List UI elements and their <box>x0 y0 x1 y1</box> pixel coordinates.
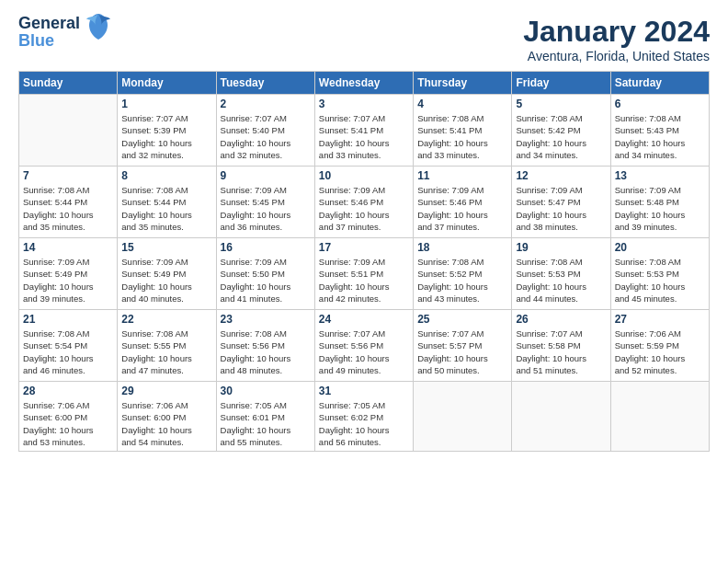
day-number: 17 <box>319 241 409 254</box>
day-info: Sunrise: 7:09 AMSunset: 5:51 PMDaylight:… <box>319 256 409 304</box>
weekday-header-row: SundayMondayTuesdayWednesdayThursdayFrid… <box>19 72 710 95</box>
page: General Blue January 2024 Aventura, Flor… <box>0 0 728 461</box>
weekday-header-saturday: Saturday <box>610 72 709 95</box>
day-number: 2 <box>221 98 311 110</box>
day-cell: 19Sunrise: 7:08 AMSunset: 5:53 PMDayligh… <box>512 238 610 310</box>
day-cell: 2Sunrise: 7:07 AMSunset: 5:40 PMDaylight… <box>216 95 314 167</box>
day-info: Sunrise: 7:07 AMSunset: 5:40 PMDaylight:… <box>221 112 311 161</box>
day-cell <box>512 382 610 452</box>
day-number: 24 <box>319 313 409 326</box>
day-info: Sunrise: 7:07 AMSunset: 5:56 PMDaylight:… <box>319 327 409 376</box>
day-info: Sunrise: 7:06 AMSunset: 6:00 PMDaylight:… <box>23 399 113 448</box>
day-info: Sunrise: 7:06 AMSunset: 6:00 PMDaylight:… <box>121 399 211 448</box>
title-area: January 2024 Aventura, Florida, United S… <box>523 15 710 63</box>
day-number: 19 <box>516 241 606 254</box>
day-info: Sunrise: 7:08 AMSunset: 5:52 PMDaylight:… <box>417 256 507 304</box>
day-number: 5 <box>516 98 606 110</box>
day-cell: 22Sunrise: 7:08 AMSunset: 5:55 PMDayligh… <box>118 310 216 382</box>
day-cell: 30Sunrise: 7:05 AMSunset: 6:01 PMDayligh… <box>216 382 314 452</box>
week-row-5: 28Sunrise: 7:06 AMSunset: 6:00 PMDayligh… <box>19 382 710 452</box>
day-number: 22 <box>121 313 211 326</box>
location: Aventura, Florida, United States <box>523 49 710 63</box>
day-cell <box>19 95 118 167</box>
day-info: Sunrise: 7:09 AMSunset: 5:48 PMDaylight:… <box>615 184 705 233</box>
header: General Blue January 2024 Aventura, Flor… <box>18 15 710 63</box>
day-info: Sunrise: 7:08 AMSunset: 5:53 PMDaylight:… <box>615 256 705 304</box>
day-number: 29 <box>121 385 211 397</box>
day-cell: 12Sunrise: 7:09 AMSunset: 5:47 PMDayligh… <box>512 167 610 238</box>
weekday-header-thursday: Thursday <box>414 72 512 95</box>
day-info: Sunrise: 7:07 AMSunset: 5:57 PMDaylight:… <box>417 327 507 376</box>
day-cell: 10Sunrise: 7:09 AMSunset: 5:46 PMDayligh… <box>314 167 413 238</box>
day-number: 14 <box>23 241 113 254</box>
day-cell: 25Sunrise: 7:07 AMSunset: 5:57 PMDayligh… <box>414 310 512 382</box>
day-cell: 6Sunrise: 7:08 AMSunset: 5:43 PMDaylight… <box>610 95 709 167</box>
day-cell: 20Sunrise: 7:08 AMSunset: 5:53 PMDayligh… <box>610 238 709 310</box>
weekday-header-tuesday: Tuesday <box>216 72 314 95</box>
day-number: 27 <box>615 313 705 326</box>
day-info: Sunrise: 7:08 AMSunset: 5:43 PMDaylight:… <box>615 112 705 161</box>
day-number: 3 <box>319 98 409 110</box>
day-info: Sunrise: 7:09 AMSunset: 5:47 PMDaylight:… <box>516 184 606 233</box>
day-cell: 4Sunrise: 7:08 AMSunset: 5:41 PMDaylight… <box>414 95 512 167</box>
week-row-2: 7Sunrise: 7:08 AMSunset: 5:44 PMDaylight… <box>19 167 710 238</box>
day-number: 28 <box>23 385 113 397</box>
day-info: Sunrise: 7:08 AMSunset: 5:44 PMDaylight:… <box>121 184 211 233</box>
day-cell: 8Sunrise: 7:08 AMSunset: 5:44 PMDaylight… <box>118 167 216 238</box>
weekday-header-friday: Friday <box>512 72 610 95</box>
day-info: Sunrise: 7:08 AMSunset: 5:54 PMDaylight:… <box>23 327 113 376</box>
day-info: Sunrise: 7:07 AMSunset: 5:41 PMDaylight:… <box>319 112 409 161</box>
day-info: Sunrise: 7:06 AMSunset: 5:59 PMDaylight:… <box>615 327 705 376</box>
day-info: Sunrise: 7:08 AMSunset: 5:44 PMDaylight:… <box>23 184 113 233</box>
day-cell: 1Sunrise: 7:07 AMSunset: 5:39 PMDaylight… <box>118 95 216 167</box>
day-cell: 29Sunrise: 7:06 AMSunset: 6:00 PMDayligh… <box>118 382 216 452</box>
logo-blue: Blue <box>18 32 80 50</box>
day-cell: 28Sunrise: 7:06 AMSunset: 6:00 PMDayligh… <box>19 382 118 452</box>
day-number: 13 <box>615 169 705 182</box>
day-info: Sunrise: 7:08 AMSunset: 5:56 PMDaylight:… <box>221 327 311 376</box>
day-number: 26 <box>516 313 606 326</box>
day-number: 6 <box>615 98 705 110</box>
day-number: 12 <box>516 169 606 182</box>
day-cell: 17Sunrise: 7:09 AMSunset: 5:51 PMDayligh… <box>314 238 413 310</box>
week-row-4: 21Sunrise: 7:08 AMSunset: 5:54 PMDayligh… <box>19 310 710 382</box>
day-number: 10 <box>319 169 409 182</box>
day-number: 30 <box>221 385 311 397</box>
day-cell: 15Sunrise: 7:09 AMSunset: 5:49 PMDayligh… <box>118 238 216 310</box>
day-number: 20 <box>615 241 705 254</box>
weekday-header-wednesday: Wednesday <box>314 72 413 95</box>
day-number: 23 <box>221 313 311 326</box>
day-number: 8 <box>121 169 211 182</box>
day-info: Sunrise: 7:05 AMSunset: 6:01 PMDaylight:… <box>221 399 311 448</box>
day-cell: 3Sunrise: 7:07 AMSunset: 5:41 PMDaylight… <box>314 95 413 167</box>
day-number: 15 <box>121 241 211 254</box>
day-number: 9 <box>221 169 311 182</box>
day-cell: 5Sunrise: 7:08 AMSunset: 5:42 PMDaylight… <box>512 95 610 167</box>
day-cell: 16Sunrise: 7:09 AMSunset: 5:50 PMDayligh… <box>216 238 314 310</box>
day-info: Sunrise: 7:08 AMSunset: 5:42 PMDaylight:… <box>516 112 606 161</box>
day-cell: 21Sunrise: 7:08 AMSunset: 5:54 PMDayligh… <box>19 310 118 382</box>
logo-general: General <box>18 15 80 32</box>
day-cell: 11Sunrise: 7:09 AMSunset: 5:46 PMDayligh… <box>414 167 512 238</box>
day-info: Sunrise: 7:07 AMSunset: 5:39 PMDaylight:… <box>121 112 211 161</box>
day-info: Sunrise: 7:08 AMSunset: 5:41 PMDaylight:… <box>417 112 507 161</box>
day-number: 4 <box>417 98 507 110</box>
day-cell <box>610 382 709 452</box>
calendar-table: SundayMondayTuesdayWednesdayThursdayFrid… <box>18 71 710 452</box>
day-cell <box>414 382 512 452</box>
day-cell: 13Sunrise: 7:09 AMSunset: 5:48 PMDayligh… <box>610 167 709 238</box>
day-cell: 9Sunrise: 7:09 AMSunset: 5:45 PMDaylight… <box>216 167 314 238</box>
day-info: Sunrise: 7:09 AMSunset: 5:49 PMDaylight:… <box>121 256 211 304</box>
day-cell: 7Sunrise: 7:08 AMSunset: 5:44 PMDaylight… <box>19 167 118 238</box>
day-info: Sunrise: 7:09 AMSunset: 5:45 PMDaylight:… <box>221 184 311 233</box>
day-number: 7 <box>23 169 113 182</box>
day-info: Sunrise: 7:08 AMSunset: 5:55 PMDaylight:… <box>121 327 211 376</box>
day-number: 25 <box>417 313 507 326</box>
day-cell: 31Sunrise: 7:05 AMSunset: 6:02 PMDayligh… <box>314 382 413 452</box>
logo: General Blue <box>18 15 112 50</box>
day-cell: 24Sunrise: 7:07 AMSunset: 5:56 PMDayligh… <box>314 310 413 382</box>
day-info: Sunrise: 7:08 AMSunset: 5:53 PMDaylight:… <box>516 256 606 304</box>
day-number: 18 <box>417 241 507 254</box>
day-number: 16 <box>221 241 311 254</box>
day-info: Sunrise: 7:09 AMSunset: 5:49 PMDaylight:… <box>23 256 113 304</box>
